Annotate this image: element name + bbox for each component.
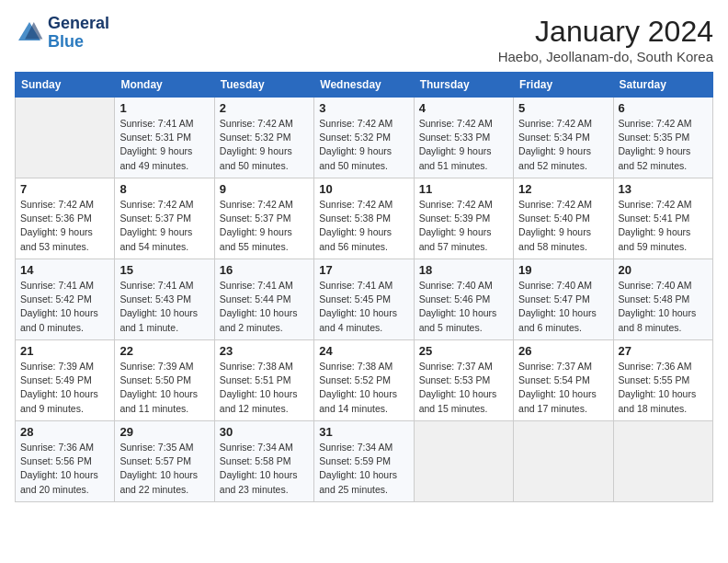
day-info: Sunrise: 7:40 AM Sunset: 5:46 PM Dayligh… [419, 279, 508, 335]
day-number: 1 [119, 101, 209, 115]
day-header-row: SundayMondayTuesdayWednesdayThursdayFrid… [16, 73, 713, 98]
calendar-cell: 17Sunrise: 7:41 AM Sunset: 5:45 PM Dayli… [314, 259, 414, 340]
day-info: Sunrise: 7:41 AM Sunset: 5:42 PM Dayligh… [20, 279, 109, 335]
day-info: Sunrise: 7:36 AM Sunset: 5:55 PM Dayligh… [619, 360, 708, 416]
logo-line1: General [48, 15, 109, 33]
day-info: Sunrise: 7:41 AM Sunset: 5:31 PM Dayligh… [119, 117, 209, 173]
calendar-cell: 26Sunrise: 7:37 AM Sunset: 5:54 PM Dayli… [514, 340, 613, 421]
logo-icon [15, 18, 44, 48]
day-info: Sunrise: 7:35 AM Sunset: 5:57 PM Dayligh… [119, 441, 209, 497]
calendar-cell: 31Sunrise: 7:34 AM Sunset: 5:59 PM Dayli… [314, 421, 414, 502]
calendar-cell: 19Sunrise: 7:40 AM Sunset: 5:47 PM Dayli… [514, 259, 613, 340]
day-info: Sunrise: 7:42 AM Sunset: 5:37 PM Dayligh… [119, 198, 209, 254]
day-info: Sunrise: 7:42 AM Sunset: 5:32 PM Dayligh… [220, 117, 309, 173]
day-number: 21 [20, 344, 109, 358]
calendar-cell: 6Sunrise: 7:42 AM Sunset: 5:35 PM Daylig… [613, 98, 712, 178]
day-info: Sunrise: 7:37 AM Sunset: 5:54 PM Dayligh… [518, 360, 608, 416]
day-number: 16 [220, 263, 309, 277]
calendar-cell: 21Sunrise: 7:39 AM Sunset: 5:49 PM Dayli… [16, 340, 115, 421]
day-number: 2 [220, 101, 309, 115]
day-number: 15 [119, 263, 209, 277]
day-info: Sunrise: 7:37 AM Sunset: 5:53 PM Dayligh… [419, 360, 508, 416]
day-info: Sunrise: 7:41 AM Sunset: 5:45 PM Dayligh… [319, 279, 408, 335]
day-number: 3 [319, 101, 408, 115]
calendar-cell: 11Sunrise: 7:42 AM Sunset: 5:39 PM Dayli… [414, 178, 513, 259]
day-info: Sunrise: 7:40 AM Sunset: 5:48 PM Dayligh… [619, 279, 708, 335]
day-number: 14 [20, 263, 109, 277]
day-header-wednesday: Wednesday [314, 73, 414, 98]
calendar-cell [414, 421, 513, 502]
calendar-cell: 29Sunrise: 7:35 AM Sunset: 5:57 PM Dayli… [115, 421, 214, 502]
day-number: 5 [518, 101, 608, 115]
logo-text: General Blue [48, 15, 109, 52]
day-number: 11 [419, 182, 508, 196]
day-number: 28 [20, 425, 109, 439]
day-number: 9 [220, 182, 309, 196]
day-info: Sunrise: 7:42 AM Sunset: 5:35 PM Dayligh… [619, 117, 708, 173]
location-title: Haebo, Jeollanam-do, South Korea [498, 49, 713, 64]
day-number: 23 [220, 344, 309, 358]
calendar-cell [514, 421, 613, 502]
logo-line2: Blue [48, 32, 84, 51]
week-row-3: 14Sunrise: 7:41 AM Sunset: 5:42 PM Dayli… [16, 259, 713, 340]
day-number: 10 [319, 182, 408, 196]
day-info: Sunrise: 7:42 AM Sunset: 5:34 PM Dayligh… [518, 117, 608, 173]
logo: General Blue [15, 15, 109, 52]
day-header-sunday: Sunday [16, 73, 115, 98]
day-number: 25 [419, 344, 508, 358]
day-header-thursday: Thursday [414, 73, 513, 98]
week-row-4: 21Sunrise: 7:39 AM Sunset: 5:49 PM Dayli… [16, 340, 713, 421]
day-info: Sunrise: 7:34 AM Sunset: 5:59 PM Dayligh… [319, 441, 408, 497]
calendar-cell: 12Sunrise: 7:42 AM Sunset: 5:40 PM Dayli… [514, 178, 613, 259]
calendar-cell: 27Sunrise: 7:36 AM Sunset: 5:55 PM Dayli… [613, 340, 712, 421]
day-number: 31 [319, 425, 408, 439]
day-info: Sunrise: 7:42 AM Sunset: 5:40 PM Dayligh… [518, 198, 608, 254]
calendar-cell: 16Sunrise: 7:41 AM Sunset: 5:44 PM Dayli… [214, 259, 313, 340]
day-number: 13 [619, 182, 708, 196]
day-number: 7 [20, 182, 109, 196]
day-info: Sunrise: 7:39 AM Sunset: 5:50 PM Dayligh… [119, 360, 209, 416]
day-number: 12 [518, 182, 608, 196]
day-header-saturday: Saturday [613, 73, 712, 98]
calendar-cell: 10Sunrise: 7:42 AM Sunset: 5:38 PM Dayli… [314, 178, 414, 259]
calendar-cell: 30Sunrise: 7:34 AM Sunset: 5:58 PM Dayli… [214, 421, 313, 502]
day-info: Sunrise: 7:39 AM Sunset: 5:49 PM Dayligh… [20, 360, 109, 416]
day-info: Sunrise: 7:36 AM Sunset: 5:56 PM Dayligh… [20, 441, 109, 497]
day-number: 6 [619, 101, 708, 115]
calendar-cell: 2Sunrise: 7:42 AM Sunset: 5:32 PM Daylig… [214, 98, 313, 178]
day-info: Sunrise: 7:42 AM Sunset: 5:39 PM Dayligh… [419, 198, 508, 254]
week-row-2: 7Sunrise: 7:42 AM Sunset: 5:36 PM Daylig… [16, 178, 713, 259]
calendar-cell: 1Sunrise: 7:41 AM Sunset: 5:31 PM Daylig… [115, 98, 214, 178]
day-number: 29 [119, 425, 209, 439]
day-number: 17 [319, 263, 408, 277]
day-info: Sunrise: 7:38 AM Sunset: 5:52 PM Dayligh… [319, 360, 408, 416]
day-info: Sunrise: 7:42 AM Sunset: 5:33 PM Dayligh… [419, 117, 508, 173]
day-info: Sunrise: 7:42 AM Sunset: 5:32 PM Dayligh… [319, 117, 408, 173]
day-info: Sunrise: 7:41 AM Sunset: 5:43 PM Dayligh… [119, 279, 209, 335]
calendar-cell: 22Sunrise: 7:39 AM Sunset: 5:50 PM Dayli… [115, 340, 214, 421]
day-number: 20 [619, 263, 708, 277]
calendar-cell: 3Sunrise: 7:42 AM Sunset: 5:32 PM Daylig… [314, 98, 414, 178]
day-info: Sunrise: 7:41 AM Sunset: 5:44 PM Dayligh… [220, 279, 309, 335]
day-number: 22 [119, 344, 209, 358]
calendar-cell: 20Sunrise: 7:40 AM Sunset: 5:48 PM Dayli… [613, 259, 712, 340]
day-info: Sunrise: 7:40 AM Sunset: 5:47 PM Dayligh… [518, 279, 608, 335]
calendar-cell [16, 98, 115, 178]
day-number: 26 [518, 344, 608, 358]
day-number: 24 [319, 344, 408, 358]
day-number: 18 [419, 263, 508, 277]
calendar-cell: 14Sunrise: 7:41 AM Sunset: 5:42 PM Dayli… [16, 259, 115, 340]
calendar-cell: 23Sunrise: 7:38 AM Sunset: 5:51 PM Dayli… [214, 340, 313, 421]
calendar-cell: 5Sunrise: 7:42 AM Sunset: 5:34 PM Daylig… [514, 98, 613, 178]
day-number: 4 [419, 101, 508, 115]
calendar-cell: 15Sunrise: 7:41 AM Sunset: 5:43 PM Dayli… [115, 259, 214, 340]
day-number: 30 [220, 425, 309, 439]
calendar-cell: 28Sunrise: 7:36 AM Sunset: 5:56 PM Dayli… [16, 421, 115, 502]
day-header-tuesday: Tuesday [214, 73, 313, 98]
month-title: January 2024 [498, 15, 713, 49]
calendar-cell: 13Sunrise: 7:42 AM Sunset: 5:41 PM Dayli… [613, 178, 712, 259]
day-number: 19 [518, 263, 608, 277]
title-block: January 2024 Haebo, Jeollanam-do, South … [498, 15, 713, 64]
calendar-cell [613, 421, 712, 502]
week-row-5: 28Sunrise: 7:36 AM Sunset: 5:56 PM Dayli… [16, 421, 713, 502]
